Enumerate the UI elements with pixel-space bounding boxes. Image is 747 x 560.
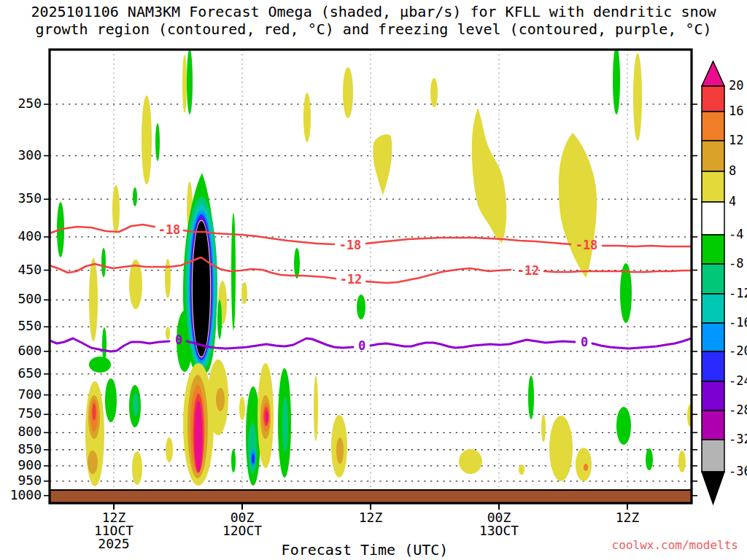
colorbar-label: -36: [729, 464, 747, 478]
colorbar-segment: [702, 112, 724, 141]
colorbar-triangle-top: [702, 61, 724, 86]
colorbar-label: 12: [729, 133, 743, 147]
colorbar-label: -32: [729, 432, 747, 446]
dgz-minus18-contour: [603, 246, 692, 246]
freezing-level-contour-label: 0: [358, 338, 365, 353]
omega-blob: [105, 378, 117, 422]
omega-blob: [88, 451, 98, 474]
omega-blob: [294, 248, 300, 279]
y-tick-label: 750: [18, 405, 42, 421]
omega-blob: [373, 134, 392, 195]
freezing-level-contour-label: 0: [581, 335, 588, 349]
omega-blob: [241, 282, 247, 304]
colorbar-segment: [702, 294, 724, 323]
colorbar-label: -20: [729, 343, 747, 358]
omega-blob: [231, 449, 236, 472]
colorbar-triangle-bottom: [702, 472, 724, 504]
colorbar-label: -4: [729, 227, 743, 241]
omega-blob: [559, 133, 597, 278]
omega-blob: [528, 376, 534, 419]
omega-blob: [541, 414, 546, 442]
dgz-minus12-contour: [544, 271, 692, 272]
chart-title: 2025101106 NAM3KM Forecast Omega (shaded…: [0, 3, 747, 38]
omega-blob: [314, 376, 318, 441]
chart-title-line2: growth region (contoured, red, °C) and f…: [0, 20, 747, 38]
omega-blob: [678, 451, 686, 472]
dgz-minus12-contour: [366, 268, 511, 283]
omega-blob: [343, 67, 353, 118]
plot-area: -18-18-18-12-12000: [50, 46, 693, 503]
omega-blob: [576, 448, 592, 481]
weather-chart-page: 2025101106 NAM3KM Forecast Omega (shaded…: [0, 0, 747, 560]
omega-blob: [133, 187, 137, 206]
omega-blob: [336, 438, 344, 464]
y-tick-label: 850: [18, 441, 42, 456]
omega-blob: [112, 185, 120, 233]
colorbar-segment: [702, 235, 724, 264]
dgz-minus18-contour: [366, 238, 570, 244]
freezing-level-contour: [592, 338, 692, 349]
colorbar-label: -28: [729, 402, 747, 417]
omega-blob: [166, 438, 173, 462]
y-tick-label: 500: [18, 291, 42, 306]
omega-blob: [132, 451, 142, 485]
y-tick-label: 450: [18, 262, 42, 277]
dgz-minus18-contour-label: -18: [576, 238, 598, 252]
colorbar-segment: [702, 381, 724, 411]
omega-blob: [195, 401, 203, 472]
chart-title-line1: 2025101106 NAM3KM Forecast Omega (shaded…: [0, 3, 747, 20]
terrain-fill: [50, 490, 692, 503]
omega-blob: [187, 49, 193, 114]
dgz-minus18-contour-label: -18: [158, 222, 181, 237]
omega-blob: [252, 454, 255, 464]
colorbar-label: -24: [729, 373, 747, 388]
y-tick-label: 300: [18, 147, 42, 163]
omega-cross-section-chart: -18-18-18-12-120002503003504004505005506…: [0, 0, 747, 560]
omega-blob: [93, 403, 96, 421]
colorbar-segment: [702, 86, 724, 112]
watermark-text: coolwx.com/modelts: [612, 538, 738, 552]
omega-blob: [101, 248, 106, 277]
omega-blob: [217, 300, 222, 339]
colorbar-segment: [702, 323, 724, 351]
x-tick-label: 12Z: [359, 510, 383, 525]
omega-blob: [216, 388, 225, 411]
omega-blob: [182, 55, 187, 113]
x-tick-label: 13OCT: [479, 523, 519, 538]
colorbar-label: -8: [729, 256, 743, 271]
omega-blob: [584, 464, 588, 471]
omega-blob: [166, 327, 170, 340]
omega-blob: [282, 397, 288, 452]
omega-blob: [89, 357, 111, 373]
colorbar-segment: [702, 440, 724, 472]
dgz-minus18-contour-label: -18: [339, 238, 362, 252]
omega-blob: [266, 411, 268, 423]
y-tick-label: 550: [18, 318, 42, 333]
colorbar-label: -12: [729, 286, 747, 300]
colorbar-label: -16: [729, 315, 747, 330]
y-tick-label: 650: [18, 365, 42, 381]
colorbar-segment: [702, 351, 724, 381]
x-tick-label: 12Z: [616, 510, 640, 525]
colorbar-segment: [702, 171, 724, 202]
y-tick-label: 350: [18, 190, 42, 206]
colorbar-segment: [702, 264, 724, 294]
omega-blob: [133, 393, 139, 416]
omega-blob: [239, 397, 245, 420]
y-tick-label: 400: [18, 228, 42, 244]
y-tick-label: 1000: [10, 487, 42, 502]
colorbar-label: 20: [729, 78, 743, 93]
colorbar-label: 8: [729, 163, 736, 178]
colorbar-segment: [702, 141, 724, 171]
omega-blob: [519, 464, 525, 475]
omega-blob: [472, 108, 506, 243]
omega-blob: [89, 258, 98, 341]
omega-blob: [549, 416, 573, 481]
omega-blob: [102, 327, 107, 361]
omega-blob: [646, 448, 653, 470]
colorbar-label: 16: [729, 104, 743, 118]
omega-blob: [142, 96, 152, 184]
omega-blob: [165, 259, 171, 298]
omega-blob: [193, 221, 210, 357]
y-tick-label: 900: [18, 457, 42, 472]
